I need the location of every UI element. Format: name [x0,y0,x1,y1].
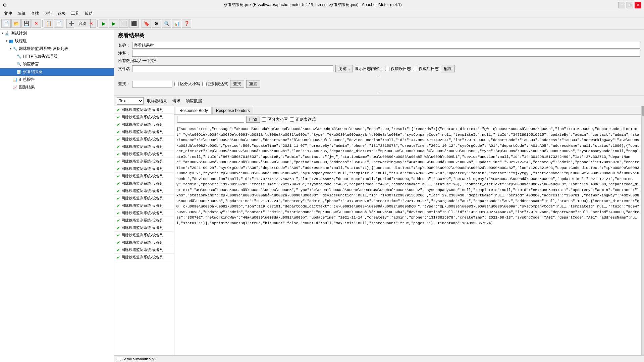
plan-icon: 🔬 [5,31,9,36]
tb-copy[interactable]: 📋 [44,19,53,28]
list-item[interactable]: ✔网脉铁塔监测系统-设备列 [114,239,174,246]
list-item[interactable]: ✔网脉铁塔监测系统-设备列 [114,246,174,254]
check-icon: ✔ [117,248,120,252]
tb-open[interactable]: 📂 [11,19,21,28]
list-item[interactable]: ✔网脉铁塔监测系统-设备列 [114,158,174,165]
tb-help[interactable]: ❓ [182,19,191,28]
list-item[interactable]: ✔网脉铁塔监测系统-设备列 [114,202,174,209]
config-button[interactable]: 配置 [441,65,455,72]
list-item[interactable]: ✔网脉铁塔监测系统-设备列 [114,165,174,173]
comment-row: 注释： [118,50,640,57]
tree-item-controller[interactable]: ▼ 🔧 网脉铁塔监测系统-设备列表 [0,45,114,53]
response-headers-tab[interactable]: Response headers [212,107,254,114]
scroll-auto-checkbox[interactable] [117,357,121,361]
list-item[interactable]: ✔网脉铁塔监测系统-设备列 [114,106,174,114]
find-regex-checkbox[interactable] [290,117,294,122]
find-case-checkbox[interactable] [262,117,266,122]
list-item[interactable]: ✔网脉铁塔监测系统-设备列 [114,173,174,180]
close-button[interactable]: ✕ [635,2,641,8]
scrollbar-thumb[interactable] [642,106,644,116]
find-case-label: 区分大小写 [268,117,288,122]
case-sensitive-checkbox[interactable] [174,82,179,86]
tb-search[interactable]: 🔍 [162,19,171,28]
tb-paste[interactable]: 📄 [54,19,63,28]
filename-input[interactable] [132,65,333,72]
tb-stop[interactable]: ⬜ [119,19,128,28]
tree-item-summary[interactable]: ▼ 📊 汇总报告 [0,76,114,83]
tb-sep4 [140,20,140,27]
check-icon: ✔ [117,159,120,164]
menu-options[interactable]: 选项 [55,10,68,17]
tb-stop-all[interactable]: ⬛ [129,19,139,28]
tree-item-results[interactable]: ▼ 📊 察看结果树 [0,68,114,76]
scroll-auto-row: Scroll automatically? [117,357,156,361]
list-item[interactable]: ✔网脉铁塔监测系统-设备列 [114,224,174,232]
reset-button[interactable]: 重置 [246,80,260,88]
find-input[interactable] [177,116,244,123]
find-button[interactable]: 查找 [230,80,244,88]
minimize-button[interactable]: ─ [619,2,625,8]
tree-item-group[interactable]: ▼ 👥 线程组 [0,37,114,45]
tree-item-http[interactable]: ▼ 🔧 HTTP信息头管理器 [0,53,114,60]
list-item[interactable]: ✔网脉铁塔监测系统-设备列 [114,232,174,239]
list-item[interactable]: ✔网脉铁塔监测系统-设备列 [114,195,174,202]
title-icon: ⚙ [3,2,7,8]
results-icon: 📊 [17,70,21,74]
check-icon: ✔ [117,196,120,201]
regex-checkbox[interactable] [202,82,207,86]
tree-item-assertion[interactable]: ▼ 🔍 响应断言 [0,60,114,68]
error-log-checkbox[interactable] [385,67,389,71]
menu-edit[interactable]: 编辑 [15,10,28,17]
name-row: 名称： [118,42,640,49]
list-item[interactable]: ✔网脉铁塔监测系统-设备列 [114,254,174,261]
maximize-button[interactable]: □ [627,2,633,8]
browse-button[interactable]: 浏览... [335,65,353,72]
tree-item-plan[interactable]: ▼ 🔬 测试计划 [0,29,114,37]
sampler-tab-response[interactable]: 响应数据 [186,98,202,104]
sampler-tab-request[interactable]: 请求 [172,98,180,104]
tree-label-summary: 汇总报告 [19,77,35,82]
search-input[interactable] [132,81,172,87]
menu-tools[interactable]: 工具 [68,10,82,17]
tb-bookmark[interactable]: 🔖 [142,19,151,28]
tb-play[interactable]: ▶ [99,19,108,28]
divider-1[interactable]: ··· [118,74,640,79]
list-item[interactable]: ✔网脉铁塔监测系统-设备列 [114,217,174,224]
tb-settings[interactable]: ⚙ [152,19,161,28]
tb-chart[interactable]: 📊 [172,19,181,28]
result-label: 网脉铁塔监测系统-设备列 [121,137,163,142]
response-body-tab[interactable]: Response Body [176,107,212,114]
menu-search[interactable]: 查找 [28,10,42,17]
list-item[interactable]: ✔网脉铁塔监测系统-设备列 [114,114,174,121]
list-item[interactable]: ✔网脉铁塔监测系统-设备列 [114,209,174,217]
triangle-plan: ▼ [1,32,4,35]
list-item[interactable]: ✔网脉铁塔监测系统-设备列 [114,128,174,136]
text-select[interactable]: Text [117,97,144,105]
triangle-controller: ▼ [9,47,12,50]
tb-new[interactable]: 📄 [1,19,11,28]
result-label: 网脉铁塔监测系统-设备列 [121,240,163,245]
success-log-checkbox[interactable] [413,67,417,71]
right-scrollbar[interactable] [641,106,644,355]
tree-item-graph[interactable]: ▼ 📈 图形结果 [0,83,114,91]
menu-help[interactable]: 帮助 [82,10,95,17]
menu-file[interactable]: 文件 [1,10,15,17]
tb-save[interactable]: 💾 [21,19,31,28]
divider-2[interactable]: ··· [118,89,640,94]
list-item[interactable]: ✔网脉铁塔监测系统-设备列 [114,180,174,187]
list-item[interactable]: ✔网脉铁塔监测系统-设备列 [114,121,174,128]
list-item[interactable]: ✔网脉铁塔监测系统-设备列 [114,136,174,143]
write-file-row: 所有数据写入一个文件 [118,58,640,64]
list-item[interactable]: ✔网脉铁塔监测系统-设备列 [114,143,174,150]
sampler-tab-results[interactable]: 取样器结果 [147,98,167,104]
menu-run[interactable]: 运行 [42,10,55,17]
tb-play-all[interactable]: ▶ [109,19,118,28]
name-input[interactable] [132,42,640,49]
comment-input[interactable] [132,50,640,57]
tb-close[interactable]: ✕ [32,19,41,28]
list-item[interactable]: ✔网脉铁塔监测系统-设备列 [114,150,174,158]
list-item[interactable]: ✔网脉铁塔监测系统-设备列 [114,187,174,195]
find-bar: Find 区分大小写 正则表达式 [174,115,641,124]
find-btn[interactable]: Find [246,116,260,123]
start-button[interactable]: 启动 [74,19,91,28]
